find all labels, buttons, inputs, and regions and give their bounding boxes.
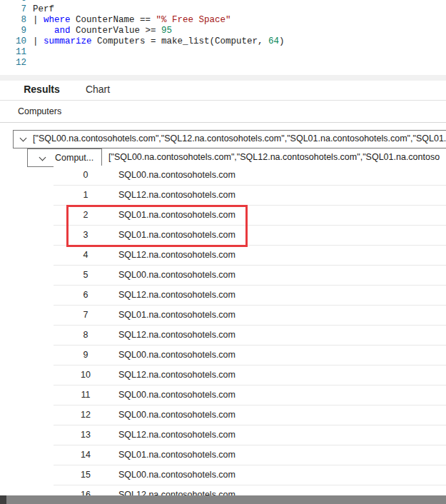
computer-name: SQL01.na.contosohotels.com <box>118 310 235 320</box>
line-number: 10 <box>0 36 26 47</box>
table-row[interactable]: 7SQL01.na.contosohotels.com <box>54 306 446 326</box>
chevron-down-icon[interactable] <box>40 155 46 161</box>
computer-name: SQL00.na.contosohotels.com <box>118 270 235 280</box>
row-index: 5 <box>68 270 103 280</box>
row-index: 6 <box>68 290 103 300</box>
table-row[interactable]: 15SQL00.na.contosohotels.com <box>54 465 446 485</box>
computer-name: SQL12.na.contosohotels.com <box>118 250 235 260</box>
row-index: 8 <box>68 330 103 340</box>
table-row[interactable]: 1SQL12.na.contosohotels.com <box>54 186 446 206</box>
query-editor[interactable]: 67Perf8| where CounterName == "% Free Sp… <box>0 0 446 75</box>
nested-column-header[interactable]: Comput... <box>27 148 102 167</box>
scrollbar-left-cap <box>0 495 6 504</box>
computer-name: SQL01.na.contosohotels.com <box>118 450 235 460</box>
row-index: 3 <box>68 230 103 240</box>
log-analytics-results-pane: 67Perf8| where CounterName == "% Free Sp… <box>0 0 446 504</box>
code-text: and CounterValue >= 95 <box>33 26 172 36</box>
table-row[interactable]: 12SQL00.na.contosohotels.com <box>54 405 446 425</box>
table-row[interactable]: 0SQL00.na.contosohotels.com <box>54 166 446 186</box>
table-row[interactable]: 5SQL00.na.contosohotels.com <box>54 266 446 286</box>
code-text: | summarize Computers = make_list(Comput… <box>33 36 285 47</box>
computer-name: SQL12.na.contosohotels.com <box>118 430 235 440</box>
line-number: 12 <box>0 58 26 69</box>
code-line[interactable]: 12 <box>0 58 446 69</box>
code-text: | where CounterName == "% Free Space" <box>33 15 231 26</box>
code-line[interactable]: 9 and CounterValue >= 95 <box>0 26 446 36</box>
results-tabbar: Results Chart <box>0 81 446 101</box>
nested-array-value: ["SQL00.na.contosohotels.com","SQL12.na.… <box>108 152 440 162</box>
scrollbar-thumb[interactable] <box>6 495 446 504</box>
horizontal-scrollbar[interactable] <box>0 495 446 504</box>
code-line[interactable]: 10| summarize Computers = make_list(Comp… <box>0 36 446 47</box>
table-row[interactable]: 10SQL12.na.contosohotels.com <box>54 366 446 385</box>
computer-name: SQL00.na.contosohotels.com <box>118 410 235 420</box>
row-index: 13 <box>68 430 103 440</box>
computer-name: SQL01.na.contosohotels.com <box>118 230 235 240</box>
expanded-array-row[interactable]: ["SQL00.na.contosohotels.com","SQL12.na.… <box>13 130 446 148</box>
row-index: 9 <box>68 350 103 360</box>
code-line[interactable]: 8| where CounterName == "% Free Space" <box>0 15 446 26</box>
editor-results-divider <box>0 75 446 81</box>
table-row[interactable]: 4SQL12.na.contosohotels.com <box>54 246 446 266</box>
expanded-array-value: ["SQL00.na.contosohotels.com","SQL12.na.… <box>33 133 446 143</box>
computer-name: SQL00.na.contosohotels.com <box>118 470 235 480</box>
row-index: 4 <box>68 250 103 260</box>
computer-name: SQL01.na.contosohotels.com <box>118 210 235 220</box>
row-index: 1 <box>68 190 103 200</box>
line-number: 9 <box>0 26 26 36</box>
computer-name: SQL12.na.contosohotels.com <box>118 290 235 300</box>
row-index: 14 <box>68 450 103 460</box>
row-index: 0 <box>68 170 103 180</box>
code-line[interactable]: 11 <box>0 47 446 58</box>
row-index: 7 <box>68 310 103 320</box>
table-row[interactable]: 14SQL01.na.contosohotels.com <box>54 445 446 465</box>
computer-name: SQL12.na.contosohotels.com <box>118 370 235 380</box>
computer-name: SQL00.na.contosohotels.com <box>118 350 235 360</box>
nested-column-label: Comput... <box>55 153 93 163</box>
nested-expansion-row: Comput... ["SQL00.na.contosohotels.com",… <box>0 148 446 167</box>
table-row[interactable]: 11SQL00.na.contosohotels.com <box>54 385 446 405</box>
computer-name: SQL12.na.contosohotels.com <box>118 330 235 340</box>
row-index: 11 <box>68 390 103 400</box>
row-index: 10 <box>68 370 103 380</box>
code-text: Perf <box>33 4 54 15</box>
table-row[interactable]: 8SQL12.na.contosohotels.com <box>54 326 446 346</box>
code-lines: 67Perf8| where CounterName == "% Free Sp… <box>0 0 446 69</box>
computer-name: SQL12.na.contosohotels.com <box>118 190 235 200</box>
line-number: 7 <box>0 4 26 15</box>
table-row[interactable]: 2SQL01.na.contosohotels.com <box>54 206 446 226</box>
tab-results[interactable]: Results <box>21 84 62 101</box>
row-index: 2 <box>68 210 103 220</box>
computer-name: SQL00.na.contosohotels.com <box>118 170 235 180</box>
computer-name: SQL00.na.contosohotels.com <box>118 390 235 400</box>
table-row[interactable]: 9SQL00.na.contosohotels.com <box>54 346 446 366</box>
line-number: 11 <box>0 47 26 58</box>
table-row[interactable]: 3SQL01.na.contosohotels.com <box>54 226 446 246</box>
row-index: 15 <box>68 470 103 480</box>
results-rows: 0SQL00.na.contosohotels.com1SQL12.na.con… <box>0 166 446 504</box>
code-line[interactable]: 7Perf <box>0 4 446 15</box>
table-row[interactable]: 6SQL12.na.contosohotels.com <box>54 286 446 306</box>
line-number: 8 <box>0 15 26 26</box>
grid-header: Computers <box>0 101 446 123</box>
chevron-down-icon[interactable] <box>21 136 26 141</box>
table-row[interactable]: 13SQL12.na.contosohotels.com <box>54 425 446 445</box>
column-header-computers[interactable]: Computers <box>18 106 61 116</box>
tab-chart[interactable]: Chart <box>83 84 112 101</box>
row-index: 12 <box>68 410 103 420</box>
